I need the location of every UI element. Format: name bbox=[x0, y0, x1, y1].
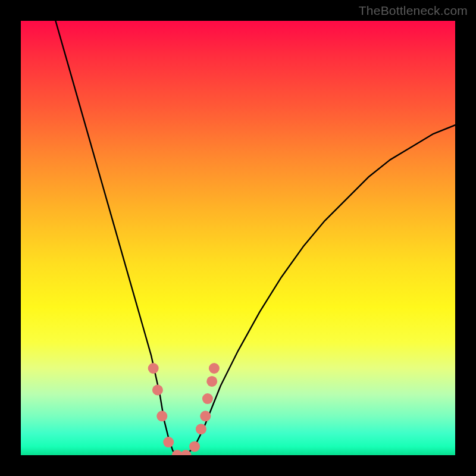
curve-marker-dot bbox=[196, 424, 206, 434]
curve-marker-dot bbox=[156, 411, 167, 421]
curve-marker-dot bbox=[200, 411, 211, 421]
curve-marker-dot bbox=[189, 441, 200, 452]
chart-frame: TheBottleneck.com bbox=[0, 0, 476, 476]
curve-marker-dot bbox=[206, 376, 217, 387]
curve-marker-dot bbox=[163, 437, 174, 447]
curve-line bbox=[55, 21, 455, 455]
curve-marker-dot bbox=[152, 385, 163, 396]
plot-area bbox=[21, 21, 455, 455]
curve-marker-dot bbox=[202, 393, 213, 404]
curve-marker-dot bbox=[148, 363, 159, 374]
curve-markers bbox=[148, 363, 220, 455]
chart-svg bbox=[21, 21, 455, 455]
watermark-text: TheBottleneck.com bbox=[359, 4, 468, 18]
bottleneck-curve bbox=[55, 21, 455, 455]
curve-marker-dot bbox=[209, 363, 220, 374]
